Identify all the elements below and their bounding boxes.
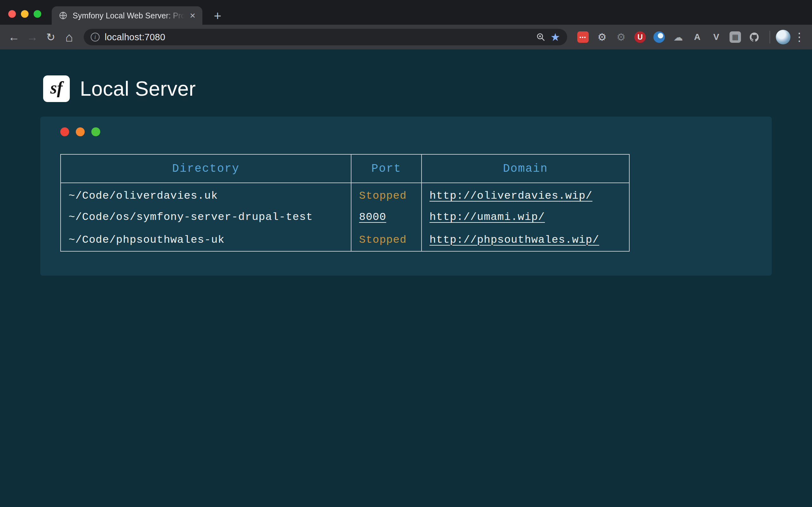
extension-gear-light-icon[interactable]: ⚙ (596, 31, 608, 43)
extension-gear-dark-icon[interactable]: ⚙ (615, 31, 627, 43)
window-minimize-button[interactable] (21, 10, 29, 18)
directory-cell: ~/Code/oliverdavies.uk (61, 183, 351, 206)
extension-ublock-icon[interactable]: U (634, 31, 647, 43)
browser-window: Symfony Local Web Server: Prox × + ← → ↻… (0, 0, 812, 49)
port-cell: 8000 (351, 206, 421, 228)
extension-badge-icon[interactable]: ▦ (729, 31, 742, 43)
symfony-logo-glyph: sf (50, 78, 63, 98)
new-tab-button[interactable]: + (209, 7, 226, 25)
port-cell: Stopped (351, 183, 421, 206)
port-status-stopped: Stopped (359, 234, 407, 246)
extension-a-icon[interactable]: A (691, 31, 704, 43)
toolbar-divider (769, 31, 770, 43)
header-domain: Domain (421, 154, 629, 183)
domain-cell: http://phpsouthwales.wip/ (421, 228, 629, 251)
globe-favicon-icon (59, 11, 67, 20)
back-icon[interactable]: ← (6, 29, 22, 45)
port-cell: Stopped (351, 228, 421, 251)
port-status-stopped: Stopped (359, 190, 407, 202)
domain-link[interactable]: http://oliverdavies.wip/ (429, 190, 593, 202)
terminal-red-dot (60, 127, 69, 136)
terminal-window-dots (60, 127, 772, 136)
forward-icon[interactable]: → (24, 29, 41, 45)
brand-header: sf Local Server (0, 49, 812, 102)
extensions-bar: ••• ⚙ ⚙ U ☁ A V ▦ (577, 31, 761, 43)
tab-strip: Symfony Local Web Server: Prox × + (0, 0, 812, 25)
github-extension-icon[interactable] (748, 31, 761, 43)
page-title: Local Server (80, 77, 196, 101)
port-link[interactable]: 8000 (359, 211, 386, 223)
terminal-green-dot (91, 127, 100, 136)
domain-link[interactable]: http://umami.wip/ (429, 211, 545, 223)
tab-close-icon[interactable]: × (190, 11, 195, 20)
page-content: sf Local Server Directory Port Domain ~/… (0, 49, 812, 507)
table-row: ~/Code/phpsouthwales-uk Stopped http://p… (61, 228, 629, 251)
address-bar[interactable]: i localhost:7080 ★ (84, 29, 567, 45)
domain-link[interactable]: http://phpsouthwales.wip/ (429, 234, 599, 246)
header-directory: Directory (61, 154, 351, 183)
table-row: ~/Code/os/symfony-server-drupal-test 800… (61, 206, 629, 228)
tab-title: Symfony Local Web Server: Prox (72, 11, 185, 20)
extension-red-dots-icon[interactable]: ••• (577, 31, 589, 43)
site-info-icon[interactable]: i (91, 33, 100, 42)
url-text[interactable]: localhost:7080 (105, 32, 531, 43)
table-row: ~/Code/oliverdavies.uk Stopped http://ol… (61, 183, 629, 206)
terminal-orange-dot (76, 127, 85, 136)
symfony-logo: sf (43, 75, 70, 102)
servers-table: Directory Port Domain ~/Code/oliverdavie… (60, 154, 629, 251)
table-header-row: Directory Port Domain (61, 154, 629, 183)
home-icon[interactable]: ⌂ (61, 29, 78, 45)
zoom-icon[interactable] (536, 32, 546, 42)
header-port: Port (351, 154, 421, 183)
window-close-button[interactable] (8, 10, 16, 18)
window-zoom-button[interactable] (34, 10, 41, 18)
directory-cell: ~/Code/os/symfony-server-drupal-test (61, 206, 351, 228)
extension-blue-circle-icon[interactable] (653, 31, 665, 43)
browser-toolbar: ← → ↻ ⌂ i localhost:7080 ★ ••• ⚙ ⚙ U (0, 25, 812, 49)
extension-cloud-icon[interactable]: ☁ (672, 31, 684, 43)
window-controls (8, 10, 41, 18)
domain-cell: http://oliverdavies.wip/ (421, 183, 629, 206)
extension-v-icon[interactable]: V (710, 31, 722, 43)
directory-cell: ~/Code/phpsouthwales-uk (61, 228, 351, 251)
profile-avatar[interactable] (776, 30, 791, 44)
reload-icon[interactable]: ↻ (43, 29, 59, 45)
browser-tab-active[interactable]: Symfony Local Web Server: Prox × (52, 6, 202, 25)
domain-cell: http://umami.wip/ (421, 206, 629, 228)
bookmark-star-icon[interactable]: ★ (551, 32, 560, 43)
browser-menu-icon[interactable]: ⋮ (792, 31, 806, 44)
terminal-card: Directory Port Domain ~/Code/oliverdavie… (40, 117, 772, 276)
